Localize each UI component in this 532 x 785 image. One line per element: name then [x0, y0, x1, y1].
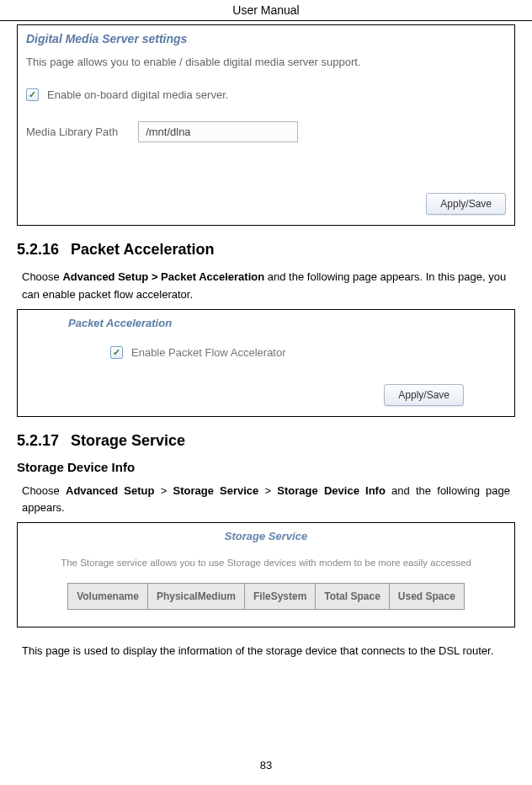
- apply-save-button[interactable]: Apply/Save: [384, 384, 464, 406]
- checkbox-icon[interactable]: ✓: [26, 88, 39, 101]
- dms-enable-row: ✓ Enable on-board digital media server.: [26, 88, 506, 101]
- storage-service-description: The Storage service allows you to use St…: [35, 558, 497, 568]
- media-library-label: Media Library Path: [26, 125, 118, 138]
- text-fragment: Choose: [22, 270, 62, 283]
- storage-service-screenshot-frame: Storage Service The Storage service allo…: [17, 522, 515, 627]
- section-5-2-16-text: Choose Advanced Setup > Packet Accelerat…: [22, 269, 510, 304]
- dms-button-row: Apply/Save: [26, 193, 506, 215]
- table-header-physicalmedium: PhysicalMedium: [148, 583, 245, 610]
- dms-description: This page allows you to enable / disable…: [26, 56, 506, 68]
- storage-service-title: Storage Service: [35, 530, 497, 542]
- packet-accel-button-row: Apply/Save: [68, 384, 464, 406]
- media-library-input[interactable]: /mnt/dlna: [138, 121, 298, 142]
- packet-accel-enable-row: ✓ Enable Packet Flow Accelerator: [110, 346, 464, 359]
- post-storage-text: This page is used to display the informa…: [22, 643, 510, 660]
- dms-title: Digital Media Server settings: [26, 32, 506, 45]
- section-number: 5.2.17: [17, 432, 59, 449]
- storage-device-info-subheading: Storage Device Info: [17, 460, 515, 474]
- section-title: Packet Acceleration: [71, 241, 214, 258]
- table-header-volumename: Volumename: [67, 583, 148, 610]
- page-number: 83: [0, 759, 532, 772]
- bold-path: Advanced Setup: [66, 484, 154, 497]
- section-title: Storage Service: [71, 432, 185, 449]
- section-5-2-17-heading: 5.2.17Storage Service: [17, 432, 515, 450]
- dms-screenshot-frame: Digital Media Server settings This page …: [17, 24, 515, 226]
- dms-enable-label: Enable on-board digital media server.: [47, 88, 228, 101]
- text-fragment: Choose: [22, 484, 66, 497]
- page-header: User Manual: [0, 0, 532, 21]
- bold-path: Storage Device Info: [277, 484, 386, 497]
- bold-path: Storage Service: [173, 484, 258, 497]
- table-header-usedspace: Used Space: [390, 583, 465, 610]
- packet-accel-title: Packet Acceleration: [68, 317, 464, 329]
- table-header-filesystem: FileSystem: [245, 583, 316, 610]
- table-header-totalspace: Total Space: [316, 583, 389, 610]
- packet-accel-enable-label: Enable Packet Flow Accelerator: [131, 346, 286, 359]
- section-5-2-17-text: Choose Advanced Setup > Storage Service …: [22, 483, 510, 518]
- text-fragment: >: [258, 484, 277, 497]
- section-number: 5.2.16: [17, 241, 59, 258]
- media-library-row: Media Library Path /mnt/dlna: [26, 121, 506, 142]
- section-5-2-16-heading: 5.2.16Packet Acceleration: [17, 241, 515, 259]
- bold-path: Advanced Setup > Packet Acceleration: [62, 270, 264, 283]
- apply-save-button[interactable]: Apply/Save: [426, 193, 506, 215]
- storage-table-header: Volumename PhysicalMedium FileSystem Tot…: [35, 583, 497, 610]
- checkbox-icon[interactable]: ✓: [110, 346, 123, 359]
- packet-accel-screenshot-frame: Packet Acceleration ✓ Enable Packet Flow…: [17, 309, 515, 417]
- text-fragment: >: [154, 484, 173, 497]
- page-content: Digital Media Server settings This page …: [0, 24, 532, 660]
